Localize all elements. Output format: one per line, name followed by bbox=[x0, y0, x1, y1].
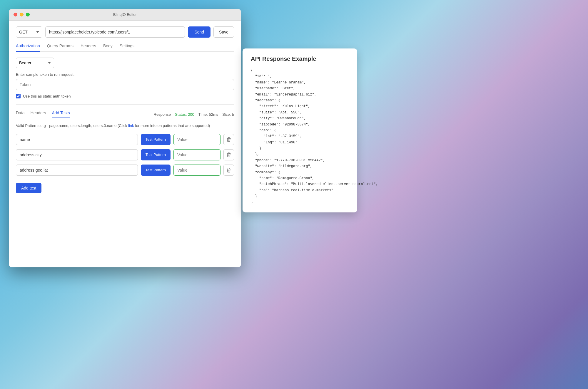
section-divider bbox=[16, 104, 234, 105]
title-bar: BlinqIO Editor bbox=[9, 9, 241, 21]
auth-type-select[interactable]: Bearer Basic API Key No Auth bbox=[16, 58, 54, 68]
value-input-2[interactable] bbox=[173, 149, 220, 160]
delete-button-1[interactable] bbox=[223, 134, 234, 145]
pattern-info: Valid Patterns e.g - page.name, users.le… bbox=[16, 123, 234, 129]
url-row: GET POST PUT DELETE PATCH Send Save bbox=[16, 26, 234, 38]
size-label: Size: b bbox=[222, 112, 234, 117]
trash-icon bbox=[227, 168, 231, 172]
json-content: { "id": 1, "name": "Leanne Graham", "use… bbox=[251, 68, 349, 205]
maximize-button[interactable] bbox=[26, 13, 30, 16]
bottom-tabs-row: Data Headers Add Tests Response Status: … bbox=[16, 110, 234, 118]
delete-button-3[interactable] bbox=[223, 165, 234, 176]
tab-authorization[interactable]: Authorization bbox=[16, 43, 40, 52]
value-input-3[interactable] bbox=[173, 165, 220, 176]
trash-icon bbox=[227, 137, 231, 142]
api-response-title: API Response Example bbox=[251, 56, 349, 62]
save-button[interactable]: Save bbox=[213, 26, 234, 38]
static-token-checkbox[interactable] bbox=[16, 94, 21, 98]
tab-body[interactable]: Body bbox=[103, 43, 113, 52]
minimize-button[interactable] bbox=[20, 13, 24, 16]
tab-data[interactable]: Data bbox=[16, 110, 25, 118]
static-token-label: Use this as static auth token bbox=[23, 94, 71, 98]
static-token-row: Use this as static auth token bbox=[16, 94, 234, 98]
method-select[interactable]: GET POST PUT DELETE PATCH bbox=[16, 26, 42, 38]
tab-query-params[interactable]: Query Params bbox=[47, 43, 74, 52]
test-pattern-button-2[interactable]: Test Pattern bbox=[141, 149, 171, 160]
test-row: Test Pattern bbox=[16, 149, 234, 160]
bottom-tabs: Data Headers Add Tests bbox=[16, 110, 154, 118]
token-input[interactable] bbox=[16, 79, 234, 90]
editor-window: BlinqIO Editor GET POST PUT DELETE PATCH… bbox=[9, 9, 241, 267]
tab-headers[interactable]: Headers bbox=[81, 43, 96, 52]
url-input[interactable] bbox=[45, 26, 185, 38]
top-tabs: Authorization Query Params Headers Body … bbox=[16, 43, 234, 52]
test-pattern-button-1[interactable]: Test Pattern bbox=[141, 134, 171, 145]
tab-add-tests[interactable]: Add Tests bbox=[52, 110, 70, 118]
auth-section: Bearer Basic API Key No Auth Enter sampl… bbox=[16, 58, 234, 98]
status-badge: Status: 200 bbox=[175, 112, 194, 117]
window-title: BlinqIO Editor bbox=[113, 12, 137, 17]
add-test-button[interactable]: Add test bbox=[16, 183, 41, 193]
pattern-input-1[interactable] bbox=[16, 134, 138, 145]
tab-settings[interactable]: Settings bbox=[120, 43, 135, 52]
test-row: Test Pattern bbox=[16, 134, 234, 145]
tab-response-headers[interactable]: Headers bbox=[31, 110, 46, 118]
delete-button-2[interactable] bbox=[223, 149, 234, 160]
pattern-link[interactable]: link bbox=[128, 123, 134, 128]
response-info: Response Status: 200 Time: 52ms Size: b bbox=[154, 112, 234, 117]
time-label: Time: 52ms bbox=[198, 112, 218, 117]
response-label: Response bbox=[154, 112, 171, 117]
pattern-input-2[interactable] bbox=[16, 149, 138, 160]
test-row: Test Pattern bbox=[16, 165, 234, 176]
test-pattern-button-3[interactable]: Test Pattern bbox=[141, 165, 171, 176]
value-input-1[interactable] bbox=[173, 134, 220, 145]
pattern-input-3[interactable] bbox=[16, 165, 138, 176]
traffic-lights bbox=[14, 13, 30, 16]
close-button[interactable] bbox=[14, 13, 17, 16]
window-content: GET POST PUT DELETE PATCH Send Save Auth… bbox=[9, 21, 241, 267]
trash-icon bbox=[227, 152, 231, 157]
send-button[interactable]: Send bbox=[188, 26, 211, 38]
api-response-panel: API Response Example { "id": 1, "name": … bbox=[243, 48, 357, 212]
token-label: Enter sample token to run request. bbox=[16, 72, 234, 77]
